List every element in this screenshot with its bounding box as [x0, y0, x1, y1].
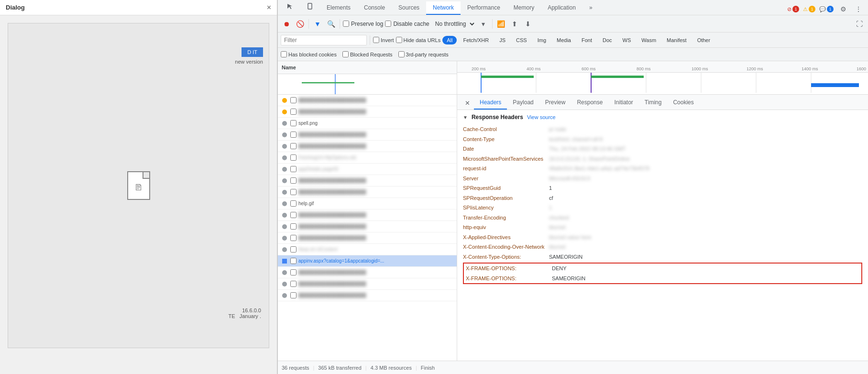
filter-chip-ws[interactable]: WS	[618, 36, 636, 44]
item-checkbox[interactable]	[290, 132, 297, 138]
settings-icon[interactable]: ⚙	[837, 3, 849, 15]
list-item[interactable]: help.gif	[278, 198, 457, 209]
filter-chip-fetch[interactable]: Fetch/XHR	[459, 36, 493, 44]
ruler-800ms: 800 ms	[637, 66, 651, 71]
list-item[interactable]: ████████████████████	[278, 106, 457, 118]
item-icon-grey	[282, 132, 288, 138]
filter-chip-wasm[interactable]: Wasm	[637, 36, 660, 44]
tab-elements[interactable]: Elements	[320, 1, 357, 15]
hide-data-urls-checkbox[interactable]: Hide data URLs	[396, 37, 441, 43]
upload-icon[interactable]: ⬆	[509, 18, 520, 30]
filter-chip-doc[interactable]: Doc	[598, 36, 616, 44]
item-checkbox[interactable]	[290, 269, 297, 275]
svg-rect-0	[308, 3, 312, 9]
item-checkbox[interactable]	[290, 258, 297, 264]
close-detail-button[interactable]: ✕	[461, 97, 474, 110]
item-checkbox[interactable]	[290, 143, 297, 149]
collapse-triangle[interactable]: ▼	[463, 115, 468, 120]
item-checkbox[interactable]	[290, 177, 297, 184]
list-item[interactable]: appDetails.page#0	[278, 164, 457, 175]
tab-timing[interactable]: Timing	[639, 96, 668, 110]
filter-chip-css[interactable]: CSS	[512, 36, 531, 44]
tab-cookies[interactable]: Cookies	[667, 96, 699, 110]
item-checkbox[interactable]	[290, 281, 297, 287]
filter-button[interactable]: ▼	[312, 18, 323, 30]
item-checkbox[interactable]	[290, 223, 297, 230]
dialog-close-button[interactable]: ×	[267, 4, 271, 11]
list-item[interactable]: ████████████████████	[278, 141, 457, 152]
item-checkbox[interactable]	[290, 246, 297, 253]
disable-cache-checkbox[interactable]: Disable cache	[385, 21, 429, 27]
tab-headers[interactable]: Headers	[474, 96, 507, 110]
more-vert-icon[interactable]: ⋮	[853, 3, 864, 15]
item-checkbox[interactable]	[290, 97, 297, 103]
clear-button[interactable]: 🚫	[294, 18, 306, 30]
has-blocked-cookies-checkbox[interactable]: Has blocked cookies	[281, 51, 337, 57]
list-item[interactable]: ████████████████████	[278, 290, 457, 301]
invert-checkbox[interactable]: Invert	[373, 37, 394, 43]
list-item[interactable]: ████████████████████	[278, 95, 457, 106]
tab-sources[interactable]: Sources	[392, 1, 426, 15]
tab-cursor[interactable]	[280, 0, 300, 15]
item-checkbox[interactable]	[290, 120, 297, 126]
list-item[interactable]: ████████████████████	[278, 129, 457, 141]
third-party-checkbox[interactable]: 3rd-party requests	[398, 51, 449, 57]
item-checkbox[interactable]	[290, 292, 297, 298]
list-item[interactable]: ████████████████████	[278, 232, 457, 244]
list-item[interactable]: spell.png	[278, 118, 457, 129]
x-frame-options-highlight-box: X-FRAME-OPTIONS: DENY X-FRAME-OPTIONS: S…	[463, 263, 862, 284]
export-icon[interactable]: ⛶	[854, 18, 865, 30]
wifi-icon[interactable]: 📶	[495, 18, 507, 30]
tab-application[interactable]: Application	[541, 1, 582, 15]
item-checkbox[interactable]	[290, 212, 297, 218]
list-item[interactable]: ████████████████████	[278, 187, 457, 198]
tab-more[interactable]: »	[582, 1, 599, 15]
tab-network[interactable]: Network	[426, 1, 461, 15]
tab-device[interactable]	[300, 0, 320, 15]
blocked-requests-checkbox[interactable]: Blocked Requests	[342, 51, 393, 57]
item-checkbox[interactable]	[290, 154, 297, 161]
tab-payload[interactable]: Payload	[507, 96, 539, 110]
filter-chip-all[interactable]: All	[442, 36, 457, 44]
requests-count: 36 requests	[282, 365, 309, 371]
item-checkbox[interactable]	[290, 166, 297, 172]
filter-chip-manifest[interactable]: Manifest	[662, 36, 691, 44]
do-it-button[interactable]: D IT	[242, 47, 263, 57]
download-icon[interactable]: ⬇	[522, 18, 534, 30]
tab-initiator[interactable]: Initiator	[608, 96, 638, 110]
filter-chip-font[interactable]: Font	[577, 36, 596, 44]
filter-chip-img[interactable]: Img	[533, 36, 550, 44]
tab-response[interactable]: Response	[571, 96, 608, 110]
tab-memory[interactable]: Memory	[507, 1, 541, 15]
list-item[interactable]: FetchingUrl-HlpOptions-old	[278, 152, 457, 164]
list-item[interactable]: ████████████████████	[278, 267, 457, 278]
list-item[interactable]: ████████████████████	[278, 278, 457, 290]
item-checkbox[interactable]	[290, 235, 297, 241]
search-button[interactable]: 🔍	[325, 18, 337, 30]
tab-preview[interactable]: Preview	[539, 96, 571, 110]
list-item-selected[interactable]: appinv.aspx?catalog=1&appcatalogid=...	[278, 255, 457, 267]
list-item[interactable]: ████████████████████	[278, 175, 457, 187]
filter-input[interactable]	[281, 35, 367, 45]
tab-performance[interactable]: Performance	[461, 1, 507, 15]
item-checkbox[interactable]	[290, 189, 297, 195]
view-source-link[interactable]: View source	[527, 114, 556, 120]
tab-console[interactable]: Console	[357, 1, 392, 15]
throttle-chevron[interactable]: ▾	[478, 18, 489, 30]
preserve-log-checkbox[interactable]: Preserve log	[343, 21, 383, 27]
item-checkbox[interactable]	[290, 109, 297, 115]
filter-chip-media[interactable]: Media	[552, 36, 575, 44]
item-icon-grey	[282, 154, 288, 161]
item-icon-grey	[282, 292, 288, 299]
item-icon-grey	[282, 189, 288, 196]
record-button[interactable]: ⏺	[281, 18, 292, 30]
ruler-600ms: 600 ms	[582, 66, 596, 71]
filter-chip-other[interactable]: Other	[693, 36, 715, 44]
item-checkbox[interactable]	[290, 200, 297, 207]
list-item[interactable]: ████████████████████	[278, 221, 457, 232]
header-row-x-content-type-options: X-Content-Type-Options: SAMEORIGIN	[463, 252, 862, 262]
list-item[interactable]: Neat.sh.UiContent	[278, 244, 457, 255]
throttle-select[interactable]: No throttling	[431, 19, 476, 29]
list-item[interactable]: ████████████████████	[278, 209, 457, 221]
filter-chip-js[interactable]: JS	[495, 36, 510, 44]
